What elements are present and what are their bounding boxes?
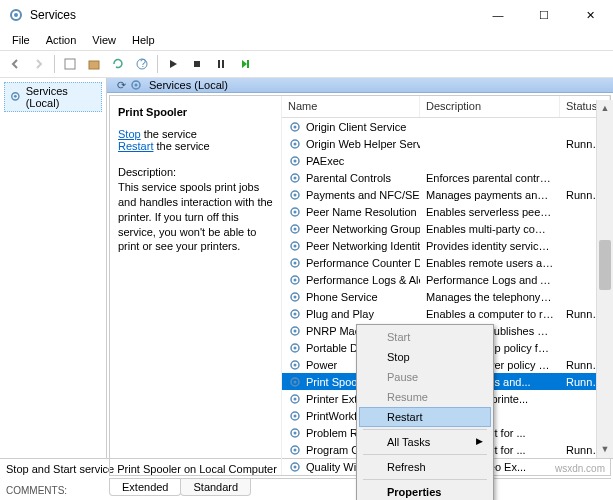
properties-button[interactable] — [59, 53, 81, 75]
pause-service-button[interactable] — [210, 53, 232, 75]
table-row[interactable]: Parental ControlsEnforces parental contr… — [282, 169, 610, 186]
menu-file[interactable]: File — [4, 32, 38, 48]
svg-point-27 — [294, 227, 297, 230]
stop-suffix: the service — [141, 128, 197, 140]
svg-point-23 — [294, 193, 297, 196]
watermark: wsxdn.com — [555, 463, 605, 474]
svg-point-33 — [294, 278, 297, 281]
gear-icon — [288, 307, 302, 321]
tree-item-services-local[interactable]: Services (Local) — [4, 82, 102, 112]
service-desc: Performance Logs and Alerts Col... — [420, 274, 560, 286]
menu-view[interactable]: View — [84, 32, 124, 48]
service-name: Performance Logs & Alerts — [306, 274, 420, 286]
table-row[interactable]: Origin Web Helper ServiceRunning — [282, 135, 610, 152]
svg-text:?: ? — [140, 57, 146, 69]
stop-service-button[interactable] — [186, 53, 208, 75]
back-button[interactable] — [4, 53, 26, 75]
col-header-name[interactable]: Name — [282, 96, 420, 117]
col-header-description[interactable]: Description — [420, 96, 560, 117]
svg-rect-7 — [218, 60, 220, 68]
table-row[interactable]: Performance Logs & AlertsPerformance Log… — [282, 271, 610, 288]
svg-point-19 — [294, 159, 297, 162]
detail-pane: Print Spooler Stop the service Restart t… — [110, 96, 282, 475]
scroll-thumb[interactable] — [599, 240, 611, 290]
table-row[interactable]: Phone ServiceManages the telephony state… — [282, 288, 610, 305]
svg-point-37 — [294, 312, 297, 315]
close-button[interactable]: ✕ — [567, 0, 613, 30]
service-desc: Enables serverless peer name reso... — [420, 206, 560, 218]
tree-pane: Services (Local) — [0, 78, 107, 458]
stop-link[interactable]: Stop — [118, 128, 141, 140]
gear-icon — [288, 409, 302, 423]
tab-extended[interactable]: Extended — [109, 479, 181, 496]
vertical-scrollbar[interactable]: ▲ ▼ — [596, 100, 613, 458]
main-area: Services (Local) ⟳ Services (Local) Prin… — [0, 78, 613, 458]
description-label: Description: — [118, 166, 273, 178]
menu-help[interactable]: Help — [124, 32, 163, 48]
restart-link[interactable]: Restart — [118, 140, 153, 152]
cm-properties[interactable]: Properties — [359, 482, 491, 500]
cm-pause: Pause — [359, 367, 491, 387]
description-text: This service spools print jobs and handl… — [118, 180, 273, 254]
cm-all-tasks[interactable]: All Tasks▶ — [359, 432, 491, 452]
content-header: ⟳ Services (Local) — [107, 78, 613, 93]
toolbar: ? — [0, 50, 613, 78]
help-button[interactable]: ? — [131, 53, 153, 75]
gear-icon — [288, 188, 302, 202]
cm-refresh[interactable]: Refresh — [359, 457, 491, 477]
tree-item-label: Services (Local) — [26, 85, 97, 109]
titlebar: Services — ☐ ✕ — [0, 0, 613, 30]
tab-standard[interactable]: Standard — [180, 479, 251, 496]
service-name: Payments and NFC/SE Man... — [306, 189, 420, 201]
context-menu: Start Stop Pause Resume Restart All Task… — [356, 324, 494, 500]
cm-restart[interactable]: Restart — [359, 407, 491, 427]
gear-icon — [288, 171, 302, 185]
gear-icon — [288, 426, 302, 440]
export-button[interactable] — [83, 53, 105, 75]
cm-stop[interactable]: Stop — [359, 347, 491, 367]
forward-button[interactable] — [28, 53, 50, 75]
restart-suffix: the service — [153, 140, 209, 152]
svg-point-31 — [294, 261, 297, 264]
svg-point-45 — [294, 380, 297, 383]
gear-icon — [288, 120, 302, 134]
table-row[interactable]: Peer Networking GroupingEnables multi-pa… — [282, 220, 610, 237]
svg-rect-6 — [194, 61, 200, 67]
svg-point-39 — [294, 329, 297, 332]
services-icon — [129, 78, 143, 92]
gear-icon — [288, 256, 302, 270]
menu-action[interactable]: Action — [38, 32, 85, 48]
svg-point-29 — [294, 244, 297, 247]
menubar: File Action View Help — [0, 30, 613, 50]
restart-service-button[interactable] — [234, 53, 256, 75]
service-desc: Enables a computer to recognize ... — [420, 308, 560, 320]
gear-icon — [288, 392, 302, 406]
table-row[interactable]: Performance Counter DLL ...Enables remot… — [282, 254, 610, 271]
svg-point-25 — [294, 210, 297, 213]
gear-icon — [288, 222, 302, 236]
service-desc: Manages the telephony state on ... — [420, 291, 560, 303]
gear-icon — [288, 375, 302, 389]
scroll-up-arrow[interactable]: ▲ — [597, 100, 613, 117]
table-row[interactable]: Origin Client Service — [282, 118, 610, 135]
service-name: Performance Counter DLL ... — [306, 257, 420, 269]
minimize-button[interactable]: — — [475, 0, 521, 30]
gear-icon — [288, 239, 302, 253]
gear-icon — [288, 341, 302, 355]
maximize-button[interactable]: ☐ — [521, 0, 567, 30]
service-name: Peer Name Resolution Prot... — [306, 206, 420, 218]
table-row[interactable]: Payments and NFC/SE Man...Manages paymen… — [282, 186, 610, 203]
service-name: Parental Controls — [306, 172, 391, 184]
svg-point-43 — [294, 363, 297, 366]
table-row[interactable]: Plug and PlayEnables a computer to recog… — [282, 305, 610, 322]
nav-arrow-icon[interactable]: ⟳ — [113, 79, 129, 92]
table-row[interactable]: Peer Name Resolution Prot...Enables serv… — [282, 203, 610, 220]
table-row[interactable]: PAExec — [282, 152, 610, 169]
start-service-button[interactable] — [162, 53, 184, 75]
refresh-button[interactable] — [107, 53, 129, 75]
gear-icon — [288, 443, 302, 457]
selected-service-title: Print Spooler — [118, 106, 273, 118]
table-row[interactable]: Peer Networking Identity M...Provides id… — [282, 237, 610, 254]
service-name: Plug and Play — [306, 308, 374, 320]
scroll-down-arrow[interactable]: ▼ — [597, 441, 613, 458]
